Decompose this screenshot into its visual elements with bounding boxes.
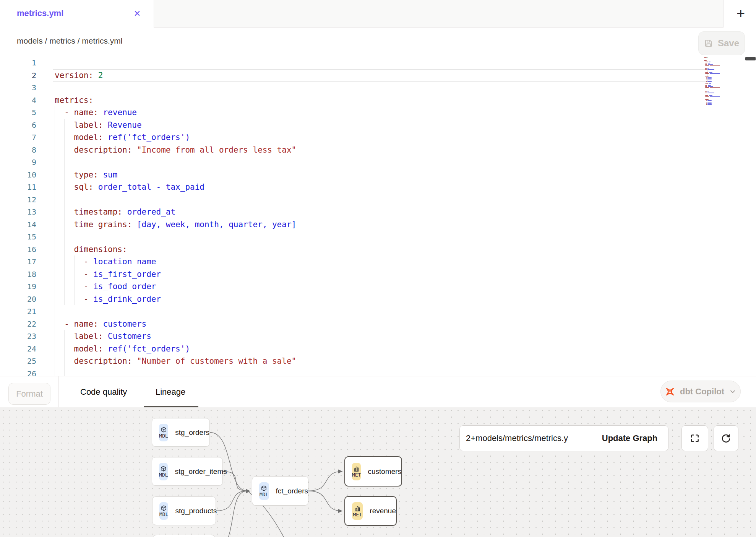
indent-guide <box>55 280 55 293</box>
code-line[interactable]: 14 time_grains: [day, week, month, quart… <box>0 218 756 231</box>
indent-guide <box>64 156 65 169</box>
indent-guide <box>64 368 65 376</box>
indent-guide <box>55 368 55 376</box>
save-button[interactable]: Save <box>698 31 745 55</box>
code-line[interactable]: 1 <box>0 57 756 69</box>
code-line[interactable]: 8 description: "Income from all orders l… <box>0 144 756 156</box>
node-type-label: MDL <box>159 472 168 477</box>
indent-guide <box>55 106 55 119</box>
indent-guide <box>55 343 55 355</box>
code-line[interactable]: 6 label: Revenue <box>0 119 756 132</box>
indent-guide <box>64 355 65 368</box>
tab-lineage[interactable]: Lineage <box>156 376 185 408</box>
node-label: stg_order_items <box>175 467 227 476</box>
code-line[interactable]: 24 model: ref('fct_orders') <box>0 343 756 355</box>
line-number: 7 <box>0 131 36 144</box>
node-label: fct_orders <box>276 487 308 495</box>
indent-guide <box>55 206 55 218</box>
save-icon <box>704 39 713 48</box>
minimap[interactable] <box>704 56 732 133</box>
new-tab-button[interactable]: + <box>732 5 749 22</box>
code-line[interactable]: 21 <box>0 305 756 318</box>
indent-guide <box>64 194 65 206</box>
line-number: 23 <box>0 330 36 343</box>
save-label: Save <box>718 38 739 49</box>
indent-guide <box>64 255 65 268</box>
node-type-label: MET <box>352 472 361 477</box>
lineage-canvas[interactable]: MDLstg_ordersMDLstg_order_itemsMDLstg_pr… <box>0 407 756 537</box>
lineage-node-fct_orders[interactable]: MDLfct_orders <box>252 476 308 506</box>
model-badge: MDL <box>159 424 168 441</box>
code-editor[interactable]: 12version: 234metrics:5 - name: revenue6… <box>0 55 756 376</box>
code-line[interactable]: 16 dimensions: <box>0 243 756 256</box>
line-number: 4 <box>0 94 36 107</box>
node-type-label: MDL <box>159 512 168 517</box>
code-line[interactable]: 3 <box>0 81 756 94</box>
tab-code-quality[interactable]: Code quality <box>80 376 127 408</box>
line-number: 18 <box>0 268 36 281</box>
fullscreen-button[interactable] <box>681 425 708 451</box>
dbt-copilot-icon <box>665 386 675 397</box>
lineage-node-partial_model[interactable]: MDL <box>153 535 215 537</box>
lineage-node-revenue[interactable]: METrevenue <box>344 496 397 526</box>
format-button[interactable]: Format <box>8 383 50 405</box>
code-line[interactable]: 17 - location_name <box>0 255 756 268</box>
code-line[interactable]: 11 sql: order_total - tax_paid <box>0 181 756 194</box>
code-line[interactable]: 7 model: ref('fct_orders') <box>0 131 756 144</box>
indent-guide <box>55 330 55 343</box>
file-header-row: models / metrics / metrics.yml Save <box>0 28 756 55</box>
indent-guide <box>64 144 65 156</box>
tab-metrics-yml[interactable]: metrics.yml ✕ <box>0 0 154 28</box>
line-number: 6 <box>0 119 36 132</box>
model-badge: MDL <box>159 463 168 480</box>
indent-guide <box>74 268 75 281</box>
code-line[interactable]: 5 - name: revenue <box>0 106 756 119</box>
metric-badge: MET <box>352 502 363 520</box>
lineage-node-stg_orders[interactable]: MDLstg_orders <box>152 418 210 447</box>
chevron-down-icon <box>729 388 737 395</box>
line-number: 12 <box>0 194 36 206</box>
code-line[interactable]: 19 - is_food_order <box>0 280 756 293</box>
indent-guide <box>74 293 75 306</box>
line-number: 3 <box>0 81 36 94</box>
bar-chart-icon <box>354 505 361 512</box>
update-graph-button[interactable]: Update Graph <box>591 426 668 451</box>
code-line[interactable]: 10 type: sum <box>0 169 756 181</box>
refresh-button[interactable] <box>714 425 738 451</box>
dbt-copilot-button[interactable]: dbt Copilot <box>660 381 741 402</box>
code-line[interactable]: 26 <box>0 368 756 376</box>
lineage-node-customers[interactable]: METcustomers <box>344 456 402 487</box>
line-number: 11 <box>0 181 36 194</box>
node-type-label: MDL <box>159 433 168 438</box>
lineage-node-stg_order_items[interactable]: MDLstg_order_items <box>152 457 223 486</box>
bottom-toolbar: Format Code quality Lineage <box>0 376 756 407</box>
indent-guide <box>55 119 55 132</box>
indent-guide <box>64 181 65 194</box>
code-line[interactable]: 9 <box>0 156 756 169</box>
cube-icon <box>160 465 167 472</box>
edge-fct_orders-to-revenue <box>308 491 342 511</box>
code-line[interactable]: 23 label: Customers <box>0 330 756 343</box>
code-line[interactable]: 20 - is_drink_order <box>0 293 756 306</box>
dbt-copilot-label: dbt Copilot <box>680 387 724 397</box>
code-line[interactable]: 4metrics: <box>0 94 756 107</box>
lineage-selector-input[interactable] <box>460 426 591 451</box>
indent-guide <box>55 305 55 318</box>
code-line[interactable]: 22 - name: customers <box>0 318 756 330</box>
scrollbar-marker[interactable] <box>745 57 756 60</box>
code-line[interactable]: 13 timestamp: ordered_at <box>0 206 756 218</box>
indent-guide <box>55 156 55 169</box>
close-icon[interactable]: ✕ <box>131 8 143 20</box>
code-line[interactable]: 15 <box>0 231 756 243</box>
indent-guide <box>64 169 65 181</box>
edge-fct_orders-to-customers <box>308 472 342 491</box>
node-label: stg_orders <box>175 428 209 437</box>
line-number: 15 <box>0 231 36 243</box>
lineage-node-stg_products[interactable]: MDLstg_products <box>152 496 216 525</box>
indent-guide <box>55 231 55 243</box>
code-line[interactable]: 25 description: "Number of customers wit… <box>0 355 756 368</box>
code-line[interactable]: 18 - is_first_order <box>0 268 756 281</box>
code-line[interactable]: 2version: 2 <box>0 69 756 82</box>
indent-guide <box>55 218 55 231</box>
code-line[interactable]: 12 <box>0 194 756 206</box>
